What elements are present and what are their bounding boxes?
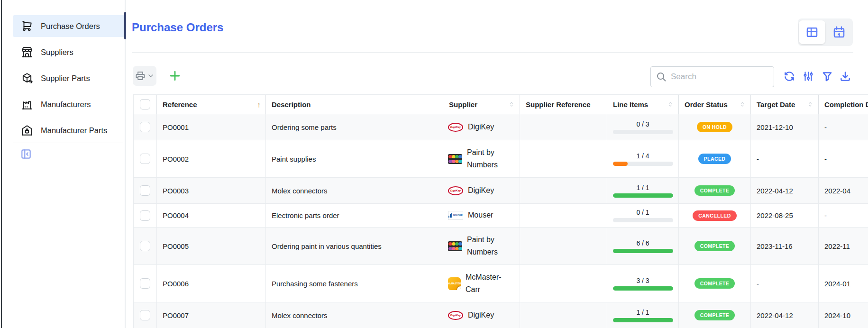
target_date-value: 2022-04-12 [751, 311, 793, 319]
search-input[interactable] [671, 72, 776, 82]
sidebar-item-manufacturers[interactable]: Manufacturers [13, 93, 125, 115]
column-header-supplier[interactable]: Supplier [443, 95, 520, 114]
line-items-count: 6 / 6 [636, 239, 649, 247]
column-header-line_items[interactable]: Line Items [607, 95, 679, 114]
sidebar-scrollbar-thumb[interactable] [124, 12, 126, 39]
line-items-progress [613, 286, 673, 291]
supplier-name: Paint by Numbers [467, 146, 511, 172]
table-row[interactable]: PO0007Molex connectorsDigiKeyDigiKey1 / … [133, 302, 868, 328]
select-all-checkbox[interactable] [140, 99, 150, 109]
reference-cell[interactable]: PO0002 [157, 140, 266, 178]
select-all-checkbox-cell [133, 95, 157, 114]
completion_date-value: - [819, 211, 827, 219]
row-checkbox[interactable] [140, 310, 150, 320]
adjustments-icon [802, 70, 814, 82]
row-checkbox[interactable] [140, 154, 150, 164]
description-value: Ordering paint in various quantities [266, 242, 382, 250]
supplier-cell[interactable]: Paint by Numbers [443, 228, 520, 265]
sidebar-item-suppliers[interactable]: Suppliers [13, 41, 125, 63]
supplier-cell[interactable]: Paint by Numbers [443, 140, 520, 178]
table-view-button[interactable] [799, 20, 825, 44]
calendar-view-button[interactable] [825, 18, 853, 46]
order-status-cell: COMPLETE [679, 265, 751, 302]
completion_date-cell: 2022-11 [819, 228, 868, 265]
supplier-cell[interactable]: DigiKeyDigiKey [443, 178, 520, 204]
reference-value: PO0006 [157, 280, 189, 288]
order-status-cell: COMPLETE [679, 178, 751, 204]
row-checkbox[interactable] [140, 185, 150, 196]
reference-cell[interactable]: PO0005 [157, 228, 266, 265]
description-cell: Molex connectors [266, 178, 443, 204]
completion_date-cell: - [819, 204, 868, 228]
supplier-reference-cell [520, 140, 607, 178]
print-button[interactable] [133, 66, 156, 86]
supplier-name: Mouser [468, 209, 493, 221]
line-items-count: 1 / 1 [636, 184, 649, 191]
target_date-cell: - [751, 140, 819, 178]
order-status-badge: COMPLETE [694, 310, 735, 320]
supplier-reference-cell [520, 204, 607, 228]
supplier-cell[interactable]: DigiKeyDigiKey [443, 302, 520, 328]
download-button[interactable] [839, 70, 851, 82]
reference-cell[interactable]: PO0007 [157, 302, 266, 328]
column-header-label: Supplier [449, 100, 477, 109]
supplier-logo-mcmaster: McMASTER [448, 277, 461, 290]
table-row[interactable]: PO0001Ordering some partsDigiKeyDigiKey0… [133, 114, 868, 140]
table-row[interactable]: PO0004Electronic parts orderMOUSERMouser… [133, 204, 868, 228]
reference-cell[interactable]: PO0003 [157, 178, 266, 204]
column-header-description[interactable]: Description [266, 95, 443, 114]
table-options-button[interactable] [802, 70, 814, 82]
table-row[interactable]: PO0003Molex connectorsDigiKeyDigiKey1 / … [133, 178, 868, 204]
search-box [650, 66, 774, 87]
completion_date-cell: - [819, 114, 868, 140]
completion_date-value: 2022-04 [819, 187, 850, 195]
sidebar-item-manufacturer-parts[interactable]: Manufacturer Parts [13, 119, 125, 141]
row-checkbox[interactable] [140, 122, 150, 132]
column-header-supplier_reference[interactable]: Supplier Reference [520, 95, 607, 114]
completion_date-value: 2024-01 [819, 280, 850, 288]
sidebar-collapse-button[interactable] [20, 148, 32, 160]
table-row[interactable]: PO0005Ordering paint in various quantiti… [133, 228, 868, 265]
column-header-target_date[interactable]: Target Date [751, 95, 819, 114]
reference-value: PO0003 [157, 187, 189, 195]
target_date-cell: 2022-04-12 [751, 302, 819, 328]
completion_date-cell: 2022-04 [819, 178, 868, 204]
column-header-label: Completion Date [824, 100, 868, 109]
sidebar-main-divider [125, 0, 126, 328]
row-checkbox[interactable] [140, 210, 150, 221]
reference-cell[interactable]: PO0004 [157, 204, 266, 228]
column-header-reference[interactable]: Reference↑ [157, 95, 266, 114]
line-items-progress [613, 130, 673, 134]
row-checkbox[interactable] [140, 241, 150, 251]
target_date-cell: 2021-12-10 [751, 114, 819, 140]
sidebar-item-supplier-parts[interactable]: Supplier Parts [13, 67, 125, 89]
sidebar-item-label: Manufacturer Parts [41, 126, 107, 135]
description-cell: Ordering paint in various quantities [266, 228, 443, 265]
column-header-completion_date[interactable]: Completion Date [819, 95, 868, 114]
description-value: Electronic parts order [266, 211, 339, 219]
target_date-cell: - [751, 265, 819, 302]
sort-icon [807, 100, 813, 109]
supplier-cell[interactable]: DigiKeyDigiKey [443, 114, 520, 140]
description-cell: Ordering some parts [266, 114, 443, 140]
add-purchase-order-button[interactable] [168, 69, 182, 82]
supplier-cell[interactable]: McMASTERMcMaster-Carr [443, 265, 520, 302]
column-header-order_status[interactable]: Order Status [679, 95, 751, 114]
sidebar-item-purchase-orders[interactable]: Purchase Orders [13, 15, 125, 37]
filter-button[interactable] [821, 70, 833, 82]
description-value: Molex connectors [266, 187, 328, 195]
line-items-count: 0 / 1 [636, 209, 649, 216]
table-row[interactable]: PO0002Paint suppliesPaint by Numbers1 / … [133, 140, 868, 178]
refresh-button[interactable] [783, 70, 795, 82]
order-status-cell: COMPLETE [679, 228, 751, 265]
row-checkbox-cell [133, 228, 157, 265]
reference-cell[interactable]: PO0001 [157, 114, 266, 140]
description-cell: Molex connectors [266, 302, 443, 328]
purchase-orders-table: Reference↑DescriptionSupplierSupplier Re… [133, 94, 868, 328]
row-checkbox[interactable] [140, 278, 150, 289]
target_date-cell: 2022-08-25 [751, 204, 819, 228]
reference-cell[interactable]: PO0006 [157, 265, 266, 302]
table-row[interactable]: PO0006Purchasing some fastenersMcMASTERM… [133, 265, 868, 302]
supplier-cell[interactable]: MOUSERMouser [443, 204, 520, 228]
description-value: Paint supplies [266, 155, 316, 163]
